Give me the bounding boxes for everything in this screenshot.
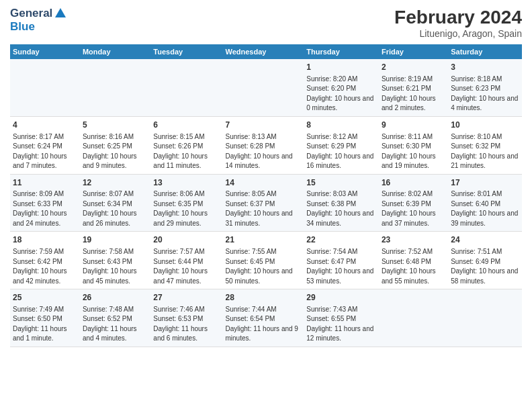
logo-icon (54, 7, 67, 20)
calendar-cell: 6Sunrise: 8:15 AM Sunset: 6:26 PM Daylig… (150, 116, 222, 174)
calendar-cell: 23Sunrise: 7:52 AM Sunset: 6:48 PM Dayli… (379, 232, 448, 289)
calendar-week-row: 18Sunrise: 7:59 AM Sunset: 6:42 PM Dayli… (10, 232, 522, 289)
calendar-cell: 17Sunrise: 8:01 AM Sunset: 6:40 PM Dayli… (448, 174, 522, 232)
title-area: February 2024 Lituenigo, Aragon, Spain (394, 7, 522, 39)
cell-content: Sunrise: 8:19 AM Sunset: 6:21 PM Dayligh… (382, 75, 445, 113)
cell-content: Sunrise: 7:48 AM Sunset: 6:52 PM Dayligh… (83, 305, 148, 344)
calendar-cell: 8Sunrise: 8:12 AM Sunset: 6:29 PM Daylig… (304, 116, 379, 174)
subtitle: Lituenigo, Aragon, Spain (394, 28, 522, 39)
page-container: General Blue February 2024 Lituenigo, Ar… (0, 0, 532, 354)
calendar-table: SundayMondayTuesdayWednesdayThursdayFrid… (10, 44, 522, 347)
calendar-cell: 12Sunrise: 8:07 AM Sunset: 6:34 PM Dayli… (80, 174, 150, 232)
day-number: 28 (226, 292, 302, 304)
day-number: 8 (306, 120, 376, 131)
day-number: 7 (226, 120, 302, 131)
day-number: 1 (306, 62, 376, 73)
cell-content: Sunrise: 8:16 AM Sunset: 6:25 PM Dayligh… (83, 132, 148, 171)
cell-content: Sunrise: 7:59 AM Sunset: 6:42 PM Dayligh… (13, 247, 77, 286)
calendar-week-row: 11Sunrise: 8:09 AM Sunset: 6:33 PM Dayli… (10, 174, 522, 232)
cell-content: Sunrise: 8:18 AM Sunset: 6:23 PM Dayligh… (451, 75, 519, 113)
day-number: 24 (451, 234, 519, 246)
weekday-header: Friday (379, 44, 448, 59)
day-number: 29 (306, 292, 376, 304)
calendar-cell: 20Sunrise: 7:57 AM Sunset: 6:44 PM Dayli… (150, 232, 222, 289)
day-number: 3 (451, 62, 519, 73)
main-title: February 2024 (394, 7, 522, 28)
logo-text: General Blue (10, 7, 67, 34)
day-number: 13 (153, 177, 220, 189)
calendar-cell: 15Sunrise: 8:03 AM Sunset: 6:38 PM Dayli… (304, 174, 379, 232)
calendar-cell: 24Sunrise: 7:51 AM Sunset: 6:49 PM Dayli… (448, 232, 522, 289)
cell-content: Sunrise: 7:49 AM Sunset: 6:50 PM Dayligh… (13, 305, 77, 344)
day-number: 9 (382, 120, 445, 131)
day-number: 22 (306, 234, 376, 246)
day-number: 19 (83, 234, 148, 246)
calendar-cell: 3Sunrise: 8:18 AM Sunset: 6:23 PM Daylig… (448, 59, 522, 116)
calendar-cell: 18Sunrise: 7:59 AM Sunset: 6:42 PM Dayli… (10, 232, 80, 289)
cell-content: Sunrise: 7:55 AM Sunset: 6:45 PM Dayligh… (226, 247, 302, 286)
cell-content: Sunrise: 8:11 AM Sunset: 6:30 PM Dayligh… (382, 132, 445, 171)
cell-content: Sunrise: 8:03 AM Sunset: 6:38 PM Dayligh… (306, 189, 376, 228)
day-number: 25 (13, 292, 77, 304)
cell-content: Sunrise: 8:02 AM Sunset: 6:39 PM Dayligh… (382, 189, 445, 228)
calendar-cell: 13Sunrise: 8:06 AM Sunset: 6:35 PM Dayli… (150, 174, 222, 232)
cell-content: Sunrise: 8:17 AM Sunset: 6:24 PM Dayligh… (13, 132, 77, 171)
day-number: 6 (153, 120, 220, 131)
cell-content: Sunrise: 8:01 AM Sunset: 6:40 PM Dayligh… (451, 189, 519, 228)
cell-content: Sunrise: 8:09 AM Sunset: 6:33 PM Dayligh… (13, 189, 77, 228)
day-number: 11 (13, 177, 77, 189)
day-number: 12 (83, 177, 148, 189)
day-number: 27 (153, 292, 220, 304)
calendar-cell: 16Sunrise: 8:02 AM Sunset: 6:39 PM Dayli… (379, 174, 448, 232)
logo-blue: Blue (10, 20, 67, 34)
cell-content: Sunrise: 7:51 AM Sunset: 6:49 PM Dayligh… (451, 247, 519, 286)
calendar-week-row: 25Sunrise: 7:49 AM Sunset: 6:50 PM Dayli… (10, 289, 522, 347)
cell-content: Sunrise: 7:57 AM Sunset: 6:44 PM Dayligh… (153, 247, 220, 286)
calendar-cell (150, 59, 222, 116)
cell-content: Sunrise: 8:12 AM Sunset: 6:29 PM Dayligh… (306, 132, 376, 171)
day-number: 10 (451, 120, 519, 131)
header: General Blue February 2024 Lituenigo, Ar… (10, 7, 522, 39)
day-number: 26 (83, 292, 148, 304)
cell-content: Sunrise: 7:52 AM Sunset: 6:48 PM Dayligh… (382, 247, 445, 286)
svg-marker-0 (55, 8, 66, 17)
calendar-cell: 4Sunrise: 8:17 AM Sunset: 6:24 PM Daylig… (10, 116, 80, 174)
calendar-cell: 28Sunrise: 7:44 AM Sunset: 6:54 PM Dayli… (223, 289, 304, 347)
cell-content: Sunrise: 7:43 AM Sunset: 6:55 PM Dayligh… (306, 305, 376, 344)
cell-content: Sunrise: 7:44 AM Sunset: 6:54 PM Dayligh… (226, 305, 302, 344)
weekday-header: Saturday (448, 44, 522, 59)
calendar-cell (448, 289, 522, 347)
calendar-cell: 14Sunrise: 8:05 AM Sunset: 6:37 PM Dayli… (223, 174, 304, 232)
day-number: 23 (382, 234, 445, 246)
calendar-cell: 2Sunrise: 8:19 AM Sunset: 6:21 PM Daylig… (379, 59, 448, 116)
day-number: 21 (226, 234, 302, 246)
day-number: 16 (382, 177, 445, 189)
cell-content: Sunrise: 8:10 AM Sunset: 6:32 PM Dayligh… (451, 132, 519, 171)
weekday-header: Wednesday (223, 44, 304, 59)
logo: General Blue (10, 7, 67, 34)
day-number: 5 (83, 120, 148, 131)
day-number: 17 (451, 177, 519, 189)
cell-content: Sunrise: 8:15 AM Sunset: 6:26 PM Dayligh… (153, 132, 220, 171)
cell-content: Sunrise: 8:07 AM Sunset: 6:34 PM Dayligh… (83, 189, 148, 228)
weekday-header: Tuesday (150, 44, 222, 59)
calendar-cell: 1Sunrise: 8:20 AM Sunset: 6:20 PM Daylig… (304, 59, 379, 116)
day-number: 20 (153, 234, 220, 246)
calendar-cell: 27Sunrise: 7:46 AM Sunset: 6:53 PM Dayli… (150, 289, 222, 347)
calendar-week-row: 4Sunrise: 8:17 AM Sunset: 6:24 PM Daylig… (10, 116, 522, 174)
calendar-cell (223, 59, 304, 116)
calendar-cell: 26Sunrise: 7:48 AM Sunset: 6:52 PM Dayli… (80, 289, 150, 347)
calendar-cell: 9Sunrise: 8:11 AM Sunset: 6:30 PM Daylig… (379, 116, 448, 174)
calendar-cell (379, 289, 448, 347)
calendar-cell: 25Sunrise: 7:49 AM Sunset: 6:50 PM Dayli… (10, 289, 80, 347)
weekday-header: Monday (80, 44, 150, 59)
calendar-cell (80, 59, 150, 116)
calendar-cell: 10Sunrise: 8:10 AM Sunset: 6:32 PM Dayli… (448, 116, 522, 174)
calendar-week-row: 1Sunrise: 8:20 AM Sunset: 6:20 PM Daylig… (10, 59, 522, 116)
calendar-cell: 11Sunrise: 8:09 AM Sunset: 6:33 PM Dayli… (10, 174, 80, 232)
cell-content: Sunrise: 8:13 AM Sunset: 6:28 PM Dayligh… (226, 132, 302, 171)
day-number: 14 (226, 177, 302, 189)
day-number: 2 (382, 62, 445, 73)
cell-content: Sunrise: 7:58 AM Sunset: 6:43 PM Dayligh… (83, 247, 148, 286)
calendar-cell: 29Sunrise: 7:43 AM Sunset: 6:55 PM Dayli… (304, 289, 379, 347)
